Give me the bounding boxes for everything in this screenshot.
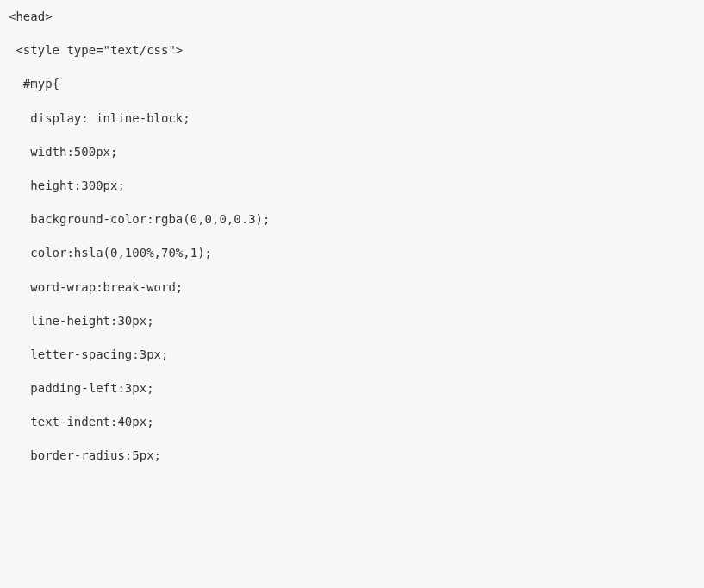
css-code: <head> <style type="text/css"> #myp{ dis… (9, 9, 270, 462)
code-block: <head> <style type="text/css"> #myp{ dis… (9, 9, 695, 465)
